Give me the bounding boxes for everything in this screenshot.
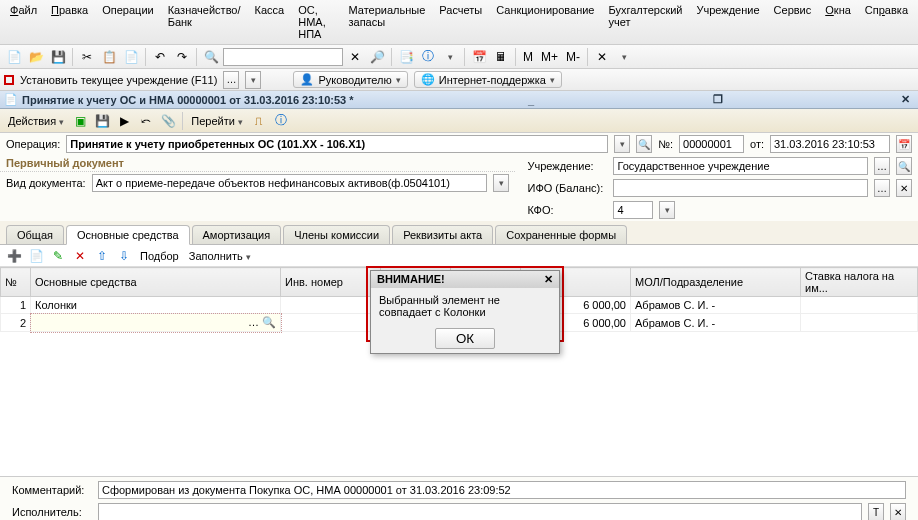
comment-input[interactable]	[98, 481, 906, 499]
menu-item[interactable]: Правка	[45, 2, 94, 42]
fill-button[interactable]: Заполнить ▾	[185, 250, 255, 262]
row-add-icon[interactable]: ➕	[4, 246, 24, 266]
clear-search-icon[interactable]: ✕	[345, 47, 365, 67]
operation-lookup[interactable]: 🔍	[636, 135, 652, 153]
write-icon[interactable]: 💾	[92, 111, 112, 131]
uchr-input[interactable]	[613, 157, 868, 175]
grid-cell[interactable]	[801, 314, 918, 332]
redo-icon[interactable]: ↷	[172, 47, 192, 67]
grid-col-header[interactable]: МОЛ/Подразделение	[631, 268, 801, 297]
calendar-icon[interactable]: 📅	[469, 47, 489, 67]
menu-item[interactable]: Казначейство/Банк	[162, 2, 247, 42]
grid-col-header[interactable]: Основные средства	[31, 268, 281, 297]
operation-input[interactable]	[66, 135, 608, 153]
menu-item[interactable]: Материальные запасы	[342, 2, 431, 42]
dialog-ok-button[interactable]: ОК	[435, 328, 495, 349]
tab[interactable]: Общая	[6, 225, 64, 244]
cut-icon[interactable]: ✂	[77, 47, 97, 67]
set-org-dropdown[interactable]: ▾	[245, 71, 261, 89]
uchr-picker[interactable]: …	[874, 157, 890, 175]
paste-icon[interactable]: 📄	[121, 47, 141, 67]
help-dropdown-icon[interactable]: ▾	[440, 47, 460, 67]
row-del-icon[interactable]: ✕	[70, 246, 90, 266]
copy-icon[interactable]: 📋	[99, 47, 119, 67]
kfo-dropdown[interactable]: ▾	[659, 201, 675, 219]
m-icon[interactable]: M	[520, 47, 536, 67]
struct-icon[interactable]: ⎍	[249, 111, 269, 131]
ifo-picker[interactable]: …	[874, 179, 890, 197]
tab[interactable]: Реквизиты акта	[392, 225, 493, 244]
goto-menu[interactable]: Перейти ▾	[187, 115, 247, 127]
cell-picker-icon[interactable]: … 🔍	[248, 316, 276, 329]
grid-cell[interactable]	[281, 314, 381, 332]
menu-item[interactable]: ОС, НМА, НПА	[292, 2, 340, 42]
grid-cell[interactable]	[281, 297, 381, 314]
help-icon[interactable]: ⓘ	[418, 47, 438, 67]
new-doc-icon[interactable]: 📄	[4, 47, 24, 67]
dialog-close-icon[interactable]: ✕	[544, 273, 553, 286]
post-icon[interactable]: ▶	[114, 111, 134, 131]
executor-clear[interactable]: ✕	[890, 503, 906, 520]
menu-item[interactable]: Операции	[96, 2, 159, 42]
grid-col-header[interactable]: Ставка налога на им...	[801, 268, 918, 297]
uchr-lookup[interactable]: 🔍	[896, 157, 912, 175]
grid-cell[interactable]: Колонки	[31, 297, 281, 314]
tab[interactable]: Сохраненные формы	[495, 225, 627, 244]
close2-dropdown-icon[interactable]: ▾	[614, 47, 634, 67]
vid-dropdown[interactable]: ▾	[493, 174, 509, 192]
tab[interactable]: Амортизация	[192, 225, 282, 244]
doc-close-icon[interactable]: ✕	[897, 93, 914, 106]
menu-item[interactable]: Касса	[249, 2, 291, 42]
grid-cell[interactable]	[801, 297, 918, 314]
menu-item[interactable]: Учреждение	[691, 2, 766, 42]
set-org-picker[interactable]: …	[223, 71, 239, 89]
unpost-icon[interactable]: ⤺	[136, 111, 156, 131]
kfo-input[interactable]	[613, 201, 653, 219]
m-minus-icon[interactable]: M-	[563, 47, 583, 67]
grid-cell[interactable]: Абрамов С. И. -	[631, 314, 801, 332]
doc-minimize-icon[interactable]: _	[524, 94, 538, 106]
m-plus-icon[interactable]: M+	[538, 47, 561, 67]
doc-maximize-icon[interactable]: ❐	[709, 93, 727, 106]
menu-item[interactable]: Бухгалтерский учет	[602, 2, 688, 42]
open-icon[interactable]: 📂	[26, 47, 46, 67]
row-up-icon[interactable]: ⇧	[92, 246, 112, 266]
grid-col-header[interactable]: №	[1, 268, 31, 297]
info2-icon[interactable]: ⓘ	[271, 111, 291, 131]
grid-cell[interactable]: 2	[1, 314, 31, 332]
tab[interactable]: Члены комиссии	[283, 225, 390, 244]
support-button[interactable]: 🌐 Интернет-поддержка ▾	[414, 71, 562, 88]
grid-cell[interactable]: 1	[1, 297, 31, 314]
row-edit-icon[interactable]: ✎	[48, 246, 68, 266]
menu-item[interactable]: Справка	[859, 2, 914, 42]
row-copy-icon[interactable]: 📄	[26, 246, 46, 266]
operation-dropdown[interactable]: ▾	[614, 135, 630, 153]
apply-icon[interactable]: ▣	[70, 111, 90, 131]
undo-icon[interactable]: ↶	[150, 47, 170, 67]
save-icon[interactable]: 💾	[48, 47, 68, 67]
find-icon[interactable]: 🔍	[201, 47, 221, 67]
tab[interactable]: Основные средства	[66, 225, 190, 245]
row-down-icon[interactable]: ⇩	[114, 246, 134, 266]
grid-cell[interactable]: … 🔍	[31, 314, 281, 332]
calc-icon[interactable]: 🖩	[491, 47, 511, 67]
grid-cell[interactable]: Абрамов С. И. -	[631, 297, 801, 314]
search-next-icon[interactable]: 🔎	[367, 47, 387, 67]
actions-menu[interactable]: Действия ▾	[4, 115, 68, 127]
menu-item[interactable]: Сервис	[768, 2, 818, 42]
manager-button[interactable]: 👤 Руководителю ▾	[293, 71, 407, 88]
vid-input[interactable]	[92, 174, 488, 192]
menu-item[interactable]: Санкционирование	[490, 2, 600, 42]
selection-button[interactable]: Подбор	[136, 250, 183, 262]
grid-col-header[interactable]: Инв. номер	[281, 268, 381, 297]
close2-icon[interactable]: ✕	[592, 47, 612, 67]
ifo-input[interactable]	[613, 179, 868, 197]
executor-input[interactable]	[98, 503, 862, 520]
copy2-icon[interactable]: 📑	[396, 47, 416, 67]
search-input[interactable]	[223, 48, 343, 66]
executor-picker[interactable]: T	[868, 503, 884, 520]
docdate-input[interactable]	[770, 135, 890, 153]
menu-item[interactable]: Окна	[819, 2, 857, 42]
docdate-calendar[interactable]: 📅	[896, 135, 912, 153]
ifo-clear[interactable]: ✕	[896, 179, 912, 197]
